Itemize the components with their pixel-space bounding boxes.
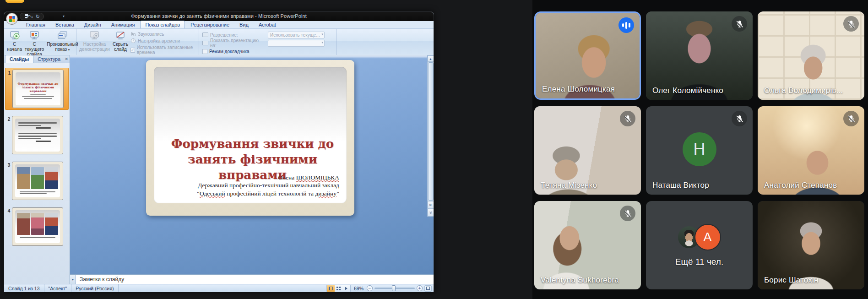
- slide-number: 2: [6, 116, 12, 154]
- view-buttons: [326, 285, 351, 292]
- notes-pane[interactable]: ▼ Заметки к слайду: [70, 274, 434, 284]
- participant-tile[interactable]: А Ещё 11 чел.: [646, 201, 753, 289]
- zoom-level[interactable]: 69%: [353, 286, 365, 291]
- participant-tile[interactable]: Анатолий Степанов: [758, 106, 864, 195]
- ribbon-group-setup: Настройка демонстрации Скрыть слайд Звук…: [76, 29, 199, 55]
- office-logo-icon: [9, 16, 15, 22]
- slide-thumbnail-3[interactable]: 3: [5, 160, 69, 201]
- speaking-indicator-icon: [618, 17, 634, 33]
- avatar-initial: А: [704, 230, 711, 244]
- powerpoint-window: ↶▾ ↻ ▾ Формування звички до занять фізич…: [4, 11, 434, 292]
- custom-show-dropdown-icon: ▾: [68, 48, 70, 51]
- slideshow-view-button[interactable]: [342, 285, 350, 292]
- slide-canvas[interactable]: Формування звички до занять фізичними вп…: [146, 60, 354, 216]
- slide-thumbnail-2[interactable]: 2: [5, 114, 69, 156]
- presenter-mode-checkbox[interactable]: [202, 49, 207, 54]
- participant-tile[interactable]: Тетяна Мізенко: [534, 106, 641, 195]
- presenter-mode-row: Режим докладчика: [202, 48, 325, 55]
- zoom-out-button[interactable]: −: [367, 285, 373, 291]
- zoom-in-button[interactable]: +: [417, 285, 423, 291]
- use-timings-option[interactable]: ✓ Использовать записанные времена: [130, 45, 195, 55]
- tab-outline[interactable]: Структура: [33, 55, 65, 63]
- previous-slide-button[interactable]: «: [428, 201, 434, 209]
- close-icon[interactable]: ✕: [65, 57, 68, 61]
- ribbon: С начала С текущего слайда Произвольный …: [4, 29, 434, 55]
- thumbnail-image[interactable]: [12, 207, 63, 246]
- slides-pane-tabs: Слайды Структура ✕: [4, 55, 70, 63]
- participant-tile[interactable]: Valentyna Sukhorebra: [534, 201, 641, 289]
- show-on-combobox[interactable]: ▾: [268, 40, 325, 47]
- hide-slide-button[interactable]: Скрыть слайд: [111, 30, 130, 52]
- ribbon-tab-3[interactable]: Дизайн: [80, 21, 106, 28]
- from-current-slide-button[interactable]: С текущего слайда: [23, 30, 45, 58]
- status-bar: Слайд 1 из 13 "Аспект" Русский (Россия) …: [4, 284, 434, 292]
- resolution-row: Разрешение: Использовать текуще...▾: [202, 31, 325, 38]
- resolution-icon: [202, 33, 208, 37]
- ribbon-tab-2[interactable]: Вставка: [51, 21, 79, 28]
- from-beginning-button[interactable]: С начала: [5, 30, 23, 52]
- fit-to-window-button[interactable]: [424, 285, 432, 292]
- participant-grid: Елена Шоломицкая Олег Коломійченко Ольга…: [532, 0, 868, 299]
- participant-name: Ольга Володимирів...: [764, 86, 843, 95]
- participant-name: Наташа Виктор: [652, 181, 709, 190]
- slide-thumbnail-4[interactable]: 4: [5, 206, 69, 247]
- thumbnail-image[interactable]: [12, 116, 63, 154]
- slide-sorter-view-button[interactable]: [335, 285, 342, 292]
- rehearse-timings-option[interactable]: Настройка времени: [130, 38, 195, 43]
- thumbnail-image[interactable]: [12, 162, 63, 200]
- use-timings-checkbox[interactable]: ✓: [130, 48, 135, 53]
- mic-off-icon: [620, 206, 635, 221]
- vertical-scrollbar[interactable]: ▲ « «: [427, 55, 434, 217]
- participant-tile[interactable]: Борис Шатохін: [758, 201, 864, 289]
- participant-name: Анатолий Степанов: [764, 181, 837, 190]
- slide-thumbnail-1[interactable]: 1Формування звички дозанять фізичними вп…: [5, 68, 69, 110]
- language-status[interactable]: Русский (Россия): [71, 284, 118, 292]
- setup-slideshow-icon: [88, 30, 100, 41]
- custom-slideshow-button[interactable]: Произвольный показ ▾: [45, 30, 79, 52]
- office-button[interactable]: [6, 13, 18, 25]
- mic-off-icon: [732, 111, 747, 126]
- avatar-initial: Н: [694, 140, 705, 159]
- record-narration-icon: [130, 31, 136, 37]
- ribbon-tab-7[interactable]: Вид: [235, 21, 253, 28]
- participant-tile[interactable]: Ольга Володимирів...: [758, 11, 864, 100]
- workspace: Слайды Структура ✕ 1Формування звички до…: [4, 55, 434, 284]
- slide-number-status[interactable]: Слайд 1 из 13: [4, 284, 44, 292]
- setup-slideshow-button[interactable]: Настройка демонстрации: [78, 30, 111, 52]
- ribbon-tab-1[interactable]: Главная: [22, 21, 50, 28]
- overflow-participants: А Ещё 11 чел.: [646, 201, 753, 289]
- show-on-row: Показать презентацию на: ▾: [202, 39, 325, 47]
- ribbon-tab-5[interactable]: Показ слайдов: [140, 21, 185, 28]
- shared-tab-indicator: [5, 0, 24, 3]
- notes-collapse-icon[interactable]: ▼: [70, 275, 76, 284]
- slide-subtitle[interactable]: Олена ШОЛОМІЦЬКА Державний професійно-те…: [197, 174, 339, 197]
- zoom-slider[interactable]: [374, 288, 415, 289]
- overflow-initial-avatar: А: [694, 224, 721, 250]
- slide-number: 1: [6, 70, 12, 108]
- normal-view-button[interactable]: [327, 285, 335, 292]
- thumbnail-image[interactable]: Формування звички дозанять фізичними впр…: [12, 70, 64, 108]
- participant-tile[interactable]: Елена Шоломицкая: [534, 11, 641, 100]
- scroll-up-icon[interactable]: ▲: [428, 55, 434, 62]
- slide-thumbnails: 1Формування звички дозанять фізичними вп…: [4, 63, 70, 284]
- participant-tile[interactable]: Олег Коломійченко: [646, 11, 753, 100]
- slide-editor[interactable]: Формування звички до занять фізичними вп…: [70, 55, 434, 274]
- ribbon-tab-4[interactable]: Анимация: [107, 21, 140, 28]
- mic-off-icon: [620, 111, 635, 126]
- next-slide-button[interactable]: «: [428, 209, 434, 217]
- scrollbar-thumb[interactable]: [428, 62, 434, 201]
- ribbon-group-start-slideshow: С начала С текущего слайда Произвольный …: [4, 29, 76, 55]
- from-beginning-icon: [9, 30, 21, 41]
- show-on-icon: [202, 41, 208, 45]
- zoom-slider-thumb[interactable]: [392, 285, 396, 291]
- ribbon-group-monitors: Разрешение: Использовать текуще...▾ Пока…: [199, 29, 336, 55]
- ribbon-tabs: ГлавнаяВставкаДизайнАнимацияПоказ слайдо…: [4, 21, 434, 29]
- theme-status[interactable]: "Аспект": [44, 284, 72, 292]
- combo-arrow-icon: ▾: [321, 41, 323, 44]
- ribbon-tab-8[interactable]: Acrobat: [254, 21, 281, 28]
- ribbon-tab-6[interactable]: Рецензирование: [186, 21, 234, 28]
- resolution-combobox[interactable]: Использовать текуще...▾: [268, 32, 325, 38]
- participant-tile[interactable]: Н Наташа Виктор: [646, 106, 753, 195]
- record-narration-option[interactable]: Звукозапись: [130, 31, 195, 37]
- tab-slides[interactable]: Слайды: [5, 55, 33, 63]
